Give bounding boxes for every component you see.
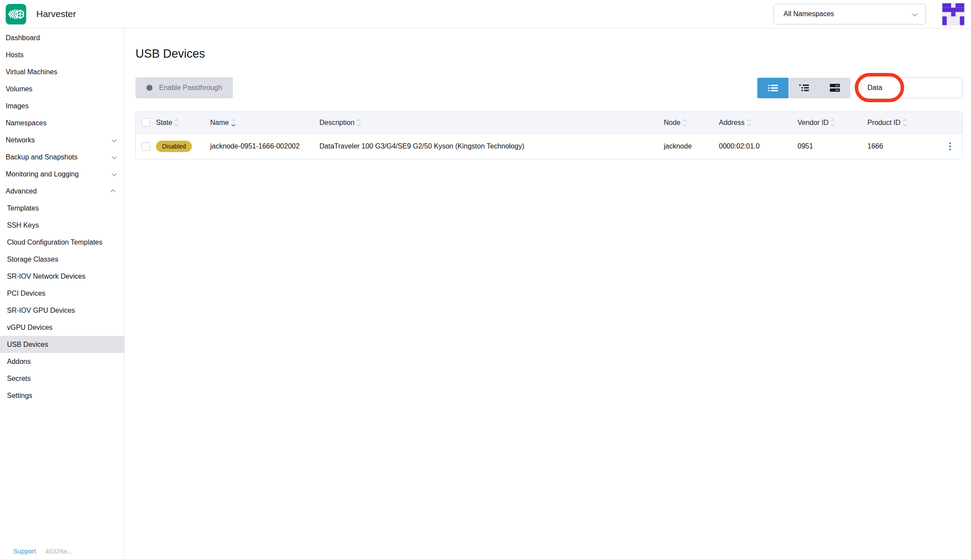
column-header-state[interactable]: State [156,119,210,127]
sidebar-item-label: Settings [7,392,32,400]
grouped-list-view-icon [799,84,809,92]
sidebar-item-label: Virtual Machines [6,68,57,76]
kebab-menu-icon[interactable] [938,142,962,150]
sidebar-nav: Dashboard Hosts Virtual Machines Volumes… [0,28,125,560]
sort-carets-icon [904,120,906,126]
column-header-name[interactable]: Name [210,119,319,127]
card-view-button[interactable] [819,78,850,98]
sidebar-item-label: Secrets [7,375,31,383]
sidebar-item-label: Networks [6,136,35,144]
sidebar-item-label: SR-IOV Network Devices [7,273,86,280]
sidebar-item-label: USB Devices [7,341,48,349]
chevron-down-icon [112,137,117,142]
enable-passthrough-button[interactable]: Enable Passthrough [135,77,233,98]
column-header-description[interactable]: Description [319,119,655,127]
status-badge: Disabled [156,141,192,152]
select-all-checkbox[interactable] [142,118,150,127]
sidebar-item-label: Images [6,102,28,110]
sidebar-item-namespaces[interactable]: Namespaces [0,114,124,131]
status-dot-icon [146,85,153,91]
sidebar-item-label: PCI Devices [7,290,45,297]
chevron-down-icon [912,10,918,16]
filter-input[interactable] [861,77,963,98]
card-view-icon [830,84,840,92]
sidebar-item-settings[interactable]: Settings [0,387,124,404]
sidebar-item-label: Backup and Snapshots [6,153,78,161]
top-bar: Harvester All Namespaces [0,0,971,28]
sidebar-item-addons[interactable]: Addons [0,353,124,370]
sidebar-item-templates[interactable]: Templates [0,200,124,217]
support-link[interactable]: Support [13,547,36,555]
sidebar-item-dashboard[interactable]: Dashboard [0,29,124,46]
namespace-selector-value: All Namespaces [784,10,834,18]
sidebar-group-networks[interactable]: Networks [0,131,124,149]
sort-carets-icon [748,120,750,126]
enable-passthrough-label: Enable Passthrough [159,84,222,92]
page-title: USB Devices [135,47,963,61]
sort-carets-icon [357,120,360,126]
chevron-down-icon [112,154,117,159]
sidebar-item-label: Cloud Configuration Templates [7,239,103,246]
cell-product-id: 1666 [859,142,938,150]
column-label: Vendor ID [798,119,829,127]
column-label: Description [319,119,354,127]
sidebar-group-advanced[interactable]: Advanced [0,183,124,200]
chevron-up-icon [111,189,115,194]
sidebar-item-cloud-configuration-templates[interactable]: Cloud Configuration Templates [0,234,124,251]
column-label: State [156,119,172,127]
filter-area [861,77,963,98]
row-checkbox[interactable] [142,142,150,151]
column-header-node[interactable]: Node [655,119,710,127]
sidebar-footer: Support 46326a... [13,547,73,555]
grouped-view-button[interactable] [788,78,819,98]
toolbar: Enable Passthrough [135,77,963,98]
sidebar-item-images[interactable]: Images [0,97,124,114]
version-text: 46326a... [45,547,73,555]
cell-vendor-id: 0951 [789,142,859,150]
sidebar-item-label: SR-IOV GPU Devices [7,307,75,315]
cell-node: jacknode [655,142,710,150]
sidebar-item-sriov-network-devices[interactable]: SR-IOV Network Devices [0,268,124,285]
cell-address: 0000:02:01.0 [710,142,789,150]
usb-devices-table: State Name Description Node [135,111,963,159]
user-avatar-identicon[interactable] [942,3,965,26]
cell-name: jacknode-0951-1666-002002 [210,142,319,150]
app-name: Harvester [36,9,76,19]
namespace-selector[interactable]: All Namespaces [773,4,926,24]
sidebar-item-vgpu-devices[interactable]: vGPU Devices [0,319,124,336]
sidebar-group-monitoring-and-logging[interactable]: Monitoring and Logging [0,166,124,183]
sort-carets-icon [683,120,686,126]
sidebar-item-label: Volumes [6,85,32,93]
sort-carets-icon [232,120,235,126]
sidebar-item-secrets[interactable]: Secrets [0,370,124,387]
sidebar-item-label: vGPU Devices [7,324,52,332]
sidebar-item-hosts[interactable]: Hosts [0,46,124,63]
sidebar-item-label: Hosts [6,51,24,59]
sidebar-group-backup-and-snapshots[interactable]: Backup and Snapshots [0,149,124,166]
sort-carets-icon [175,120,178,126]
column-header-address[interactable]: Address [710,119,789,127]
list-view-icon [768,84,778,92]
sidebar-item-label: Advanced [6,187,37,195]
sidebar-item-volumes[interactable]: Volumes [0,80,124,97]
sidebar-item-ssh-keys[interactable]: SSH Keys [0,217,124,234]
column-label: Address [719,119,745,127]
sidebar-item-label: SSH Keys [7,221,39,229]
main-content: USB Devices Enable Passthrough [125,28,971,560]
column-label: Product ID [867,119,901,127]
sidebar-item-storage-classes[interactable]: Storage Classes [0,251,124,268]
sidebar-item-label: Dashboard [6,34,40,42]
cell-description: DataTraveler 100 G3/G4/SE9 G2/50 Kyson (… [319,142,655,150]
sidebar-item-usb-devices[interactable]: USB Devices [0,336,124,353]
sidebar-item-virtual-machines[interactable]: Virtual Machines [0,63,124,80]
column-header-product-id[interactable]: Product ID [859,119,938,127]
column-label: Name [210,119,229,127]
harvester-logo-icon [6,4,26,24]
sidebar-item-label: Templates [7,204,39,212]
sidebar-item-label: Storage Classes [7,256,58,263]
sidebar-item-sriov-gpu-devices[interactable]: SR-IOV GPU Devices [0,302,124,319]
column-header-vendor-id[interactable]: Vendor ID [789,119,859,127]
sidebar-item-pci-devices[interactable]: PCI Devices [0,285,124,302]
list-view-button[interactable] [757,78,788,98]
sidebar-item-label: Namespaces [6,119,46,127]
